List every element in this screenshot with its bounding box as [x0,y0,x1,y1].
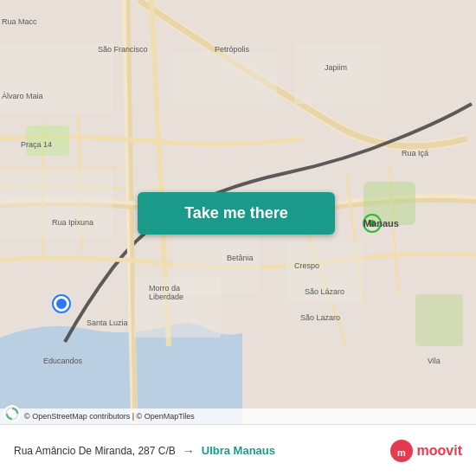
svg-rect-5 [173,52,277,104]
take-me-there-button[interactable]: Take me there [138,192,335,235]
map-container: Rua Macc São Francisco Petrópolis Japiim… [0,0,476,424]
svg-rect-6 [294,43,381,104]
route-info: Rua Amâncio De Miranda, 287 C/B → Ulbra … [14,444,389,458]
svg-rect-1 [26,125,69,156]
attribution-bar: © OpenStreetMap contributors | © OpenMap… [0,408,476,424]
svg-rect-4 [0,43,113,113]
attribution-text: © OpenStreetMap contributors | © OpenMap… [24,412,195,421]
moovit-text: moovit [417,443,462,459]
destination-text: Ulbra Manaus [202,444,275,457]
svg-text:m: m [397,447,406,458]
location-dot [54,296,69,312]
moovit-logo: m moovit [389,439,462,463]
moovit-icon: m [389,439,414,463]
svg-rect-3 [415,294,463,346]
svg-rect-2 [363,182,415,225]
route-arrow: → [183,444,195,458]
svg-rect-9 [286,242,363,303]
svg-rect-10 [134,277,221,338]
svg-point-12 [369,220,376,227]
svg-rect-7 [0,169,113,238]
origin-text: Rua Amâncio De Miranda, 287 C/B [14,445,176,457]
footer-bar: Rua Amâncio De Miranda, 287 C/B → Ulbra … [0,424,476,476]
osm-logo [3,405,21,422]
